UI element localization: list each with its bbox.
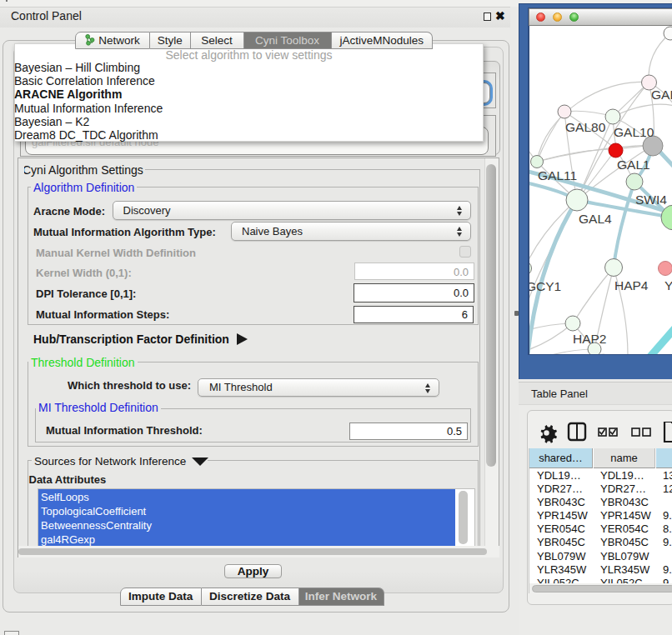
svg-text:GAL7: GAL7 (651, 88, 672, 102)
svg-text:GCY1: GCY1 (529, 279, 561, 293)
svg-text:GAL1: GAL1 (617, 158, 650, 172)
svg-text:HAP2: HAP2 (573, 332, 607, 346)
svg-text:GAL4: GAL4 (579, 212, 612, 226)
svg-text:SWI4: SWI4 (635, 192, 667, 207)
svg-text:GAL10: GAL10 (614, 125, 654, 139)
svg-text:HAP4: HAP4 (614, 278, 649, 292)
svg-text:GAL11: GAL11 (538, 168, 577, 182)
svg-text:YD: YD (664, 278, 672, 292)
svg-text:GAL80: GAL80 (565, 120, 606, 134)
